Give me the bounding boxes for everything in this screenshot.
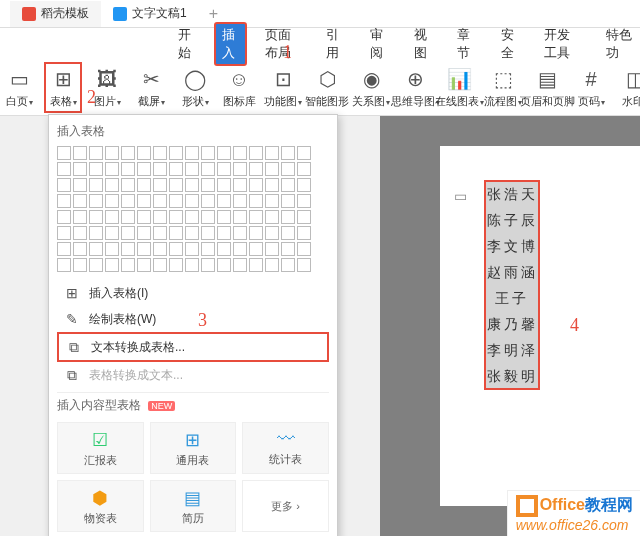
name-cell[interactable]: 赵雨涵 [486,260,538,286]
document-page[interactable]: ▭ 张浩天 陈子辰 李文博 赵雨涵 王子 康乃馨 李明泽 张毅明 [440,146,640,506]
grid-cell[interactable] [265,226,279,240]
online-chart-button[interactable]: 📊 在线图表▾ [440,64,478,111]
grid-cell[interactable] [169,194,183,208]
grid-cell[interactable] [217,242,231,256]
grid-cell[interactable] [121,210,135,224]
grid-cell[interactable] [185,258,199,272]
grid-cell[interactable] [89,146,103,160]
grid-cell[interactable] [185,242,199,256]
grid-cell[interactable] [169,242,183,256]
grid-cell[interactable] [297,162,311,176]
grid-cell[interactable] [201,210,215,224]
text-to-table-item[interactable]: ⧉ 文本转换成表格... [57,332,329,362]
grid-cell[interactable] [137,210,151,224]
template-asset[interactable]: ⬢ 物资表 [57,480,144,532]
grid-cell[interactable] [201,162,215,176]
template-resume[interactable]: ▤ 简历 [150,480,237,532]
grid-cell[interactable] [233,178,247,192]
blank-page-button[interactable]: ▭ 白页▾ [0,64,38,111]
ribbon-tab-insert[interactable]: 插入 [214,22,248,66]
grid-cell[interactable] [217,226,231,240]
grid-cell[interactable] [153,242,167,256]
grid-cell[interactable] [297,258,311,272]
grid-cell[interactable] [201,242,215,256]
grid-cell[interactable] [249,258,263,272]
grid-cell[interactable] [89,258,103,272]
grid-cell[interactable] [217,162,231,176]
insert-table-item[interactable]: ⊞ 插入表格(I) [57,280,329,306]
ribbon-tab-chapter[interactable]: 章节 [449,22,483,66]
grid-cell[interactable] [57,210,71,224]
grid-cell[interactable] [121,226,135,240]
relation-button[interactable]: ◉ 关系图▾ [352,64,390,111]
grid-cell[interactable] [169,226,183,240]
grid-cell[interactable] [281,210,295,224]
grid-cell[interactable] [201,258,215,272]
grid-cell[interactable] [217,146,231,160]
grid-cell[interactable] [57,146,71,160]
grid-cell[interactable] [217,258,231,272]
grid-cell[interactable] [73,194,87,208]
grid-cell[interactable] [89,194,103,208]
grid-cell[interactable] [233,242,247,256]
ribbon-tab-reference[interactable]: 引用 [318,22,352,66]
name-cell[interactable]: 陈子辰 [486,208,538,234]
table-size-grid[interactable] [57,146,329,272]
grid-cell[interactable] [121,146,135,160]
grid-cell[interactable] [121,242,135,256]
mindmap-button[interactable]: ⊕ 思维导图▾ [396,64,434,111]
grid-cell[interactable] [121,162,135,176]
grid-cell[interactable] [249,226,263,240]
grid-cell[interactable] [201,226,215,240]
grid-cell[interactable] [265,242,279,256]
grid-cell[interactable] [249,194,263,208]
grid-cell[interactable] [233,146,247,160]
name-cell[interactable]: 王子 [486,286,538,312]
grid-cell[interactable] [73,178,87,192]
grid-cell[interactable] [89,162,103,176]
grid-cell[interactable] [169,146,183,160]
name-cell[interactable]: 李明泽 [486,338,538,364]
grid-cell[interactable] [153,178,167,192]
grid-cell[interactable] [121,178,135,192]
grid-cell[interactable] [57,242,71,256]
smart-graphic-button[interactable]: ⬡ 智能图形 [308,64,346,111]
grid-cell[interactable] [281,146,295,160]
grid-cell[interactable] [153,258,167,272]
grid-cell[interactable] [265,210,279,224]
grid-cell[interactable] [169,210,183,224]
grid-cell[interactable] [185,194,199,208]
grid-cell[interactable] [73,146,87,160]
name-cell[interactable]: 李文博 [486,234,538,260]
grid-cell[interactable] [233,194,247,208]
grid-cell[interactable] [153,146,167,160]
grid-cell[interactable] [297,226,311,240]
grid-cell[interactable] [297,194,311,208]
template-report[interactable]: ☑ 汇报表 [57,422,144,474]
grid-cell[interactable] [73,162,87,176]
grid-cell[interactable] [89,226,103,240]
grid-cell[interactable] [265,258,279,272]
grid-cell[interactable] [105,226,119,240]
flowchart-button[interactable]: ⬚ 流程图▾ [484,64,522,111]
grid-cell[interactable] [217,210,231,224]
grid-cell[interactable] [105,162,119,176]
grid-cell[interactable] [217,194,231,208]
grid-cell[interactable] [73,226,87,240]
grid-cell[interactable] [249,162,263,176]
grid-cell[interactable] [153,194,167,208]
grid-cell[interactable] [233,226,247,240]
grid-cell[interactable] [281,162,295,176]
grid-cell[interactable] [297,146,311,160]
grid-cell[interactable] [265,178,279,192]
header-footer-button[interactable]: ▤ 页眉和页脚 [528,64,566,111]
grid-cell[interactable] [137,194,151,208]
grid-cell[interactable] [57,226,71,240]
grid-cell[interactable] [73,210,87,224]
grid-cell[interactable] [265,146,279,160]
name-cell[interactable]: 张浩天 [486,182,538,208]
grid-cell[interactable] [297,178,311,192]
grid-cell[interactable] [105,178,119,192]
grid-cell[interactable] [137,178,151,192]
grid-cell[interactable] [185,178,199,192]
